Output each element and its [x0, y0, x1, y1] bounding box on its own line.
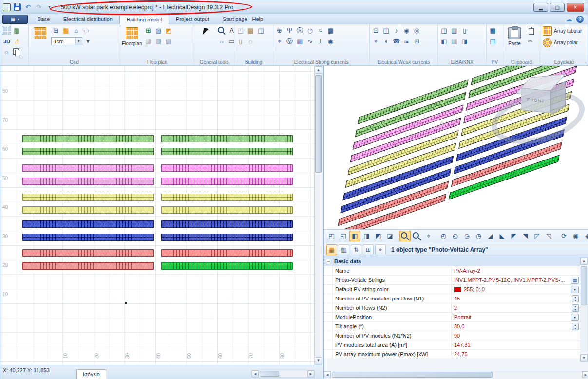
sheet-icon[interactable]: ▤	[12, 26, 21, 35]
array-polar-button[interactable]: Array polar	[542, 38, 579, 48]
maximize-button[interactable]: ▢	[550, 3, 565, 12]
spinner-up-icon[interactable]: ▴	[574, 323, 576, 327]
zoom-window-icon[interactable]	[399, 231, 411, 241]
satellite-icon[interactable]: ◉	[402, 26, 411, 35]
zoom-icon[interactable]	[217, 26, 226, 35]
move-icon[interactable]: ⌖	[371, 37, 380, 46]
add-property-icon[interactable]: ⊞	[363, 244, 374, 255]
save-button[interactable]	[13, 3, 21, 11]
spinner-control[interactable]: ▴▾	[572, 304, 579, 312]
tab-base[interactable]: Base	[31, 14, 57, 24]
knx-actuator-icon[interactable]: ▥	[450, 37, 459, 46]
pv-array-strip[interactable]	[161, 178, 293, 185]
clock-icon[interactable]: ◷	[305, 26, 315, 35]
paste-button[interactable]: Paste	[505, 26, 524, 56]
viewcube-front-face[interactable]: FRONT	[521, 88, 551, 114]
wifi-icon[interactable]: ≋	[402, 37, 411, 46]
select-cursor-button[interactable]	[196, 26, 215, 56]
panel-hscroll-thumb[interactable]	[332, 372, 493, 378]
network-icon[interactable]: ⊞	[412, 37, 421, 46]
cable-icon[interactable]: ∿	[305, 37, 315, 46]
property-row-number-of-pv-modules-per-row-n1[interactable]: Number of PV modules per Row (N1)45▴▾	[324, 294, 580, 303]
pv-array-strip[interactable]	[161, 220, 293, 228]
spinner-control[interactable]: ▴▾	[572, 295, 579, 302]
floorplan-list-icon[interactable]: ▥	[144, 37, 153, 46]
property-value-cell[interactable]: Portrait	[452, 313, 580, 321]
spinner-up-icon[interactable]: ▴	[574, 296, 576, 299]
panel-horizontal-scrollbar[interactable]: ◄ ►	[324, 371, 588, 379]
props-scroll-up-icon[interactable]: ▲	[580, 258, 588, 265]
door-icon[interactable]: ▯	[236, 37, 245, 46]
minimize-button[interactable]: ▂	[533, 3, 548, 12]
pv-array-strip[interactable]	[22, 164, 154, 172]
dropdown-arrow-icon[interactable]: ▾	[571, 286, 579, 293]
area-icon[interactable]: ▭	[227, 37, 234, 46]
view-right-icon[interactable]: ◷	[473, 231, 484, 241]
canvas-vertical-scrollbar[interactable]: ▲ ▼	[314, 66, 322, 365]
pv-array-strip[interactable]	[161, 262, 293, 270]
bell-icon[interactable]: ◎	[412, 26, 421, 35]
text-tool-icon[interactable]: A	[227, 26, 234, 35]
spinner-down-icon[interactable]: ▾	[574, 327, 576, 330]
grid-scale-select[interactable]: 1cm▾	[51, 37, 82, 45]
spinner-control[interactable]: ▴▾	[572, 323, 579, 330]
pv-array-strip[interactable]	[161, 148, 293, 155]
floorplan-export-icon[interactable]: ▧	[164, 37, 173, 46]
window-icon[interactable]: ◫	[256, 26, 266, 35]
pv-array-props-icon[interactable]: ▦	[326, 244, 337, 255]
pv-array-strip[interactable]	[161, 249, 293, 257]
property-value-cell[interactable]: 255; 0; 0	[452, 285, 580, 294]
array-tabular-button-icon[interactable]	[543, 26, 552, 36]
pv-array-strip[interactable]	[22, 148, 154, 155]
property-row-photo-voltaic-strings[interactable]: Photo-Voltaic StringsINV1.MPPT-2.PVS-12C…	[324, 276, 580, 285]
ruler-icon[interactable]: ▭	[82, 26, 91, 35]
select-floorplan-icon[interactable]: ◩	[164, 26, 173, 35]
rotate-view-icon[interactable]: ⟳	[558, 231, 569, 241]
canvas-vscroll-thumb[interactable]	[315, 75, 322, 173]
room-3d-icon[interactable]: ◰	[236, 26, 245, 35]
view-se-iso-icon[interactable]: ◥	[520, 231, 531, 241]
property-row-pv-modules-total-area-a-m[interactable]: PV modules total area (A) [m²]147,31	[324, 340, 580, 350]
grid-edit-icon[interactable]	[2, 26, 11, 35]
array-polar-button-icon[interactable]	[543, 38, 552, 47]
chevron-down-icon[interactable]: ▾	[75, 38, 82, 45]
qat-dropdown-icon[interactable]: ▾	[45, 3, 54, 11]
audio-icon[interactable]: ♪	[392, 26, 401, 35]
view-nw-iso-icon[interactable]: ◹	[543, 231, 554, 241]
floor-tab-ground[interactable]: Ισόγειο	[76, 369, 106, 379]
grid-line-icon[interactable]: ▦	[61, 26, 71, 35]
view-3d[interactable]: FRONT	[324, 66, 588, 230]
property-value-cell[interactable]: 2	[452, 303, 580, 312]
sort-az-icon[interactable]: ⇅	[351, 244, 361, 255]
pv-array-3d[interactable]	[335, 194, 446, 230]
motor-icon[interactable]: Ⓜ	[285, 37, 294, 46]
switch-icon[interactable]: Ⓢ	[295, 26, 304, 35]
materials-icon[interactable]: ◩	[373, 231, 384, 241]
knx-module-icon[interactable]: ▥	[450, 26, 459, 35]
spinner-down-icon[interactable]: ▾	[574, 299, 576, 302]
pin-icon[interactable]: ⌖	[375, 244, 386, 255]
property-row-number-of-pv-modules-n1-n2[interactable]: Number of PV modules (N1*N2)90	[324, 331, 580, 340]
view-3d-button[interactable]: 3D	[2, 38, 12, 45]
tab-start-page-help[interactable]: Start page - Help	[216, 14, 270, 24]
view-front-icon[interactable]: ◢	[485, 231, 496, 241]
copy-floor-icon[interactable]	[12, 47, 21, 57]
spinner-down-icon[interactable]: ▾	[574, 308, 576, 312]
props-vscroll-thumb[interactable]	[581, 266, 587, 305]
pv-array-strip[interactable]	[161, 194, 293, 201]
props-scroll-down-icon[interactable]: ▼	[580, 354, 588, 361]
wall-icon[interactable]: ▤	[246, 26, 255, 35]
pv-array-strip[interactable]	[22, 194, 154, 201]
phone-icon[interactable]: ☎	[392, 37, 401, 46]
property-row-number-of-rows-n2[interactable]: Number of Rows (N2)2▴▾	[324, 303, 580, 313]
pv-array-icon[interactable]: ▦	[488, 26, 497, 35]
pv-module-icon[interactable]: ▤	[488, 37, 497, 46]
scroll-left-icon[interactable]: ◄	[252, 370, 259, 377]
scroll-down-icon[interactable]: ▼	[315, 357, 322, 364]
property-value-cell[interactable]: INV1.MPPT-2.PVS-12C, INV1.MPPT-2.PVS-...	[452, 276, 580, 284]
property-row-name[interactable]: NamePV-Array-2	[324, 266, 580, 276]
edit-floorplan-icon[interactable]: ▨	[154, 26, 163, 35]
distribution-board-icon[interactable]: ▦	[326, 26, 335, 35]
earth-icon[interactable]: ⊥	[316, 37, 325, 46]
grid-view-icon[interactable]: ▥	[339, 244, 349, 255]
